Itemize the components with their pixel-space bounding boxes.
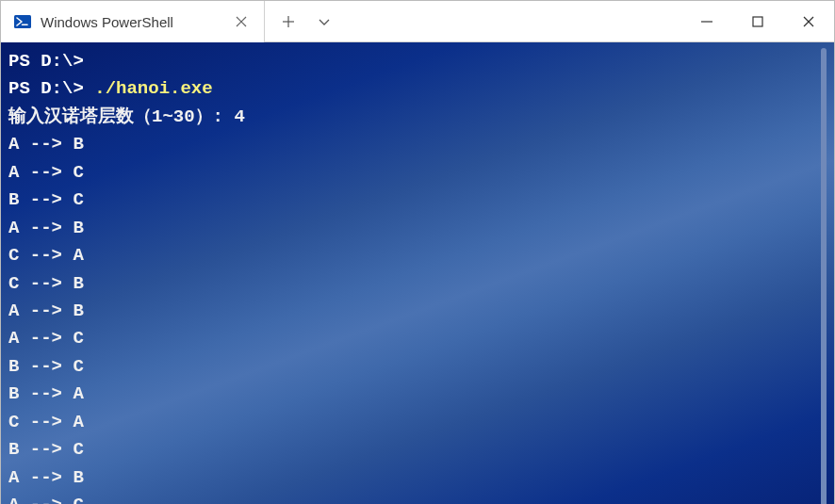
move-line: B --> C (8, 439, 84, 460)
new-tab-button[interactable] (272, 6, 304, 38)
tab-dropdown-button[interactable] (308, 6, 340, 38)
scrollbar[interactable] (821, 48, 827, 504)
tab-close-button[interactable] (232, 12, 251, 31)
prompt-line-2: PS D:\> (8, 78, 84, 99)
terminal-content[interactable]: PS D:\> PS D:\> ./hanoi.exe 输入汉诺塔层数（1~30… (8, 48, 821, 504)
tab-powershell[interactable]: Windows PowerShell (1, 1, 265, 42)
move-line: C --> A (8, 245, 84, 266)
move-line: A --> B (8, 134, 84, 154)
svg-rect-7 (753, 17, 762, 26)
input-prompt: 输入汉诺塔层数（1~30）: (8, 106, 234, 127)
move-line: A --> C (8, 495, 84, 504)
move-line: A --> B (8, 301, 84, 321)
move-line: A --> B (8, 467, 84, 488)
prompt-line-1: PS D:\> (8, 51, 84, 72)
move-line: C --> A (8, 412, 84, 432)
tab-title: Windows PowerShell (41, 14, 222, 30)
minimize-button[interactable] (681, 1, 732, 42)
title-bar: Windows PowerShell (1, 1, 834, 42)
move-line: A --> C (8, 328, 84, 349)
tab-actions (265, 1, 348, 41)
terminal-window: Windows PowerShell (0, 0, 835, 504)
title-bar-spacer[interactable] (348, 1, 681, 41)
window-controls (681, 1, 834, 41)
move-line: B --> A (8, 383, 84, 404)
svg-rect-0 (14, 15, 31, 28)
close-button[interactable] (783, 1, 834, 42)
move-line: B --> C (8, 356, 84, 377)
maximize-button[interactable] (732, 1, 783, 42)
move-line: A --> C (8, 162, 84, 183)
terminal-body[interactable]: PS D:\> PS D:\> ./hanoi.exe 输入汉诺塔层数（1~30… (1, 42, 834, 504)
powershell-icon (14, 13, 31, 30)
move-line: B --> C (8, 189, 84, 210)
command-text: ./hanoi.exe (94, 78, 212, 99)
input-value: 4 (234, 106, 244, 127)
move-line: A --> B (8, 218, 84, 238)
move-line: C --> B (8, 273, 84, 294)
tab-strip: Windows PowerShell (1, 1, 265, 41)
